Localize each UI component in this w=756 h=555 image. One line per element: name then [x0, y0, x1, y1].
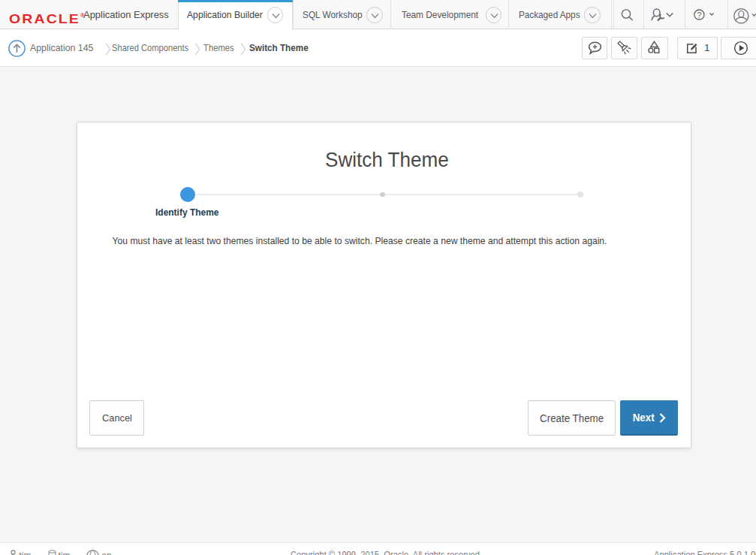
svg-text:?: ?	[697, 11, 701, 20]
